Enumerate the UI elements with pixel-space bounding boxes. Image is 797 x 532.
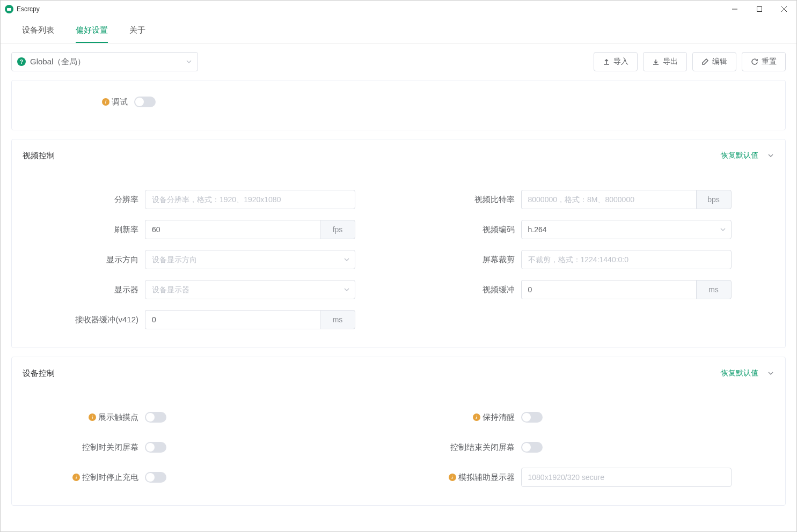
- import-icon: [603, 58, 610, 65]
- crop-label: 屏幕裁剪: [399, 255, 521, 265]
- edit-button[interactable]: 编辑: [692, 52, 736, 71]
- stay-awake-label: i 保持清醒: [399, 412, 521, 423]
- device-panel-title: 设备控制: [23, 368, 55, 379]
- reset-button[interactable]: 重置: [742, 52, 786, 71]
- chevron-down-icon: [720, 226, 726, 233]
- export-label: 导出: [663, 57, 678, 66]
- turn-off-on-control-toggle[interactable]: [145, 442, 166, 453]
- video-buffer-suffix: ms: [696, 280, 732, 299]
- export-button[interactable]: 导出: [643, 52, 687, 71]
- stop-charging-toggle[interactable]: [145, 472, 166, 483]
- chevron-down-icon: [186, 58, 192, 65]
- toolbar: ? Global（全局） 导入 导出 编辑 重置: [1, 43, 796, 80]
- preferences-content: i 调试 视频控制 恢复默认值 分辨率: [1, 80, 796, 532]
- video-buffer-input[interactable]: [521, 280, 696, 299]
- fps-label: 刷新率: [23, 225, 145, 235]
- svg-rect-0: [757, 7, 762, 12]
- debug-toggle[interactable]: [134, 97, 156, 107]
- titlebar: Escrcpy: [1, 1, 796, 18]
- stop-charging-label: i 控制时停止充电: [23, 472, 145, 483]
- app-window: Escrcpy 设备列表 偏好设置 关于 ? Global（全局）: [0, 0, 797, 532]
- window-close-button[interactable]: [772, 1, 796, 18]
- receiver-buffer-suffix: ms: [320, 310, 355, 329]
- video-panel-header[interactable]: 视频控制 恢复默认值: [12, 139, 785, 172]
- orientation-select[interactable]: [145, 250, 355, 269]
- window-maximize-button[interactable]: [747, 1, 772, 18]
- bitrate-label: 视频比特率: [399, 195, 521, 205]
- crop-input[interactable]: [521, 250, 732, 269]
- video-panel-title: 视频控制: [23, 151, 55, 161]
- reset-label: 重置: [762, 57, 777, 66]
- tab-preferences[interactable]: 偏好设置: [65, 18, 119, 43]
- bitrate-input[interactable]: [521, 190, 696, 209]
- info-icon: i: [102, 98, 109, 106]
- chevron-down-icon: [343, 256, 350, 263]
- edit-icon: [701, 58, 709, 65]
- app-icon: [5, 5, 13, 13]
- display-select[interactable]: [145, 280, 355, 299]
- device-reset-link[interactable]: 恢复默认值: [721, 368, 758, 378]
- close-icon: [781, 6, 787, 12]
- reset-icon: [751, 58, 758, 65]
- import-button[interactable]: 导入: [594, 52, 638, 71]
- info-icon: i: [473, 413, 480, 421]
- info-icon: i: [72, 474, 80, 481]
- virtual-display-input[interactable]: [521, 468, 732, 487]
- chevron-down-icon: [767, 370, 774, 377]
- window-minimize-button[interactable]: [722, 1, 747, 18]
- app-title: Escrcpy: [17, 5, 40, 13]
- help-icon: ?: [17, 57, 26, 66]
- chevron-down-icon: [343, 286, 350, 293]
- tab-about[interactable]: 关于: [119, 18, 156, 43]
- main-tabs: 设备列表 偏好设置 关于: [1, 18, 796, 43]
- resolution-input[interactable]: [145, 190, 355, 209]
- device-panel-header[interactable]: 设备控制 恢复默认值: [12, 357, 785, 389]
- info-icon: i: [89, 413, 96, 421]
- video-buffer-label: 视频缓冲: [399, 285, 521, 295]
- turn-off-on-exit-label: 控制结束关闭屏幕: [399, 442, 521, 453]
- tab-devices[interactable]: 设备列表: [11, 18, 65, 43]
- import-label: 导入: [613, 57, 628, 66]
- bitrate-suffix: bps: [696, 190, 732, 209]
- turn-off-on-control-label: 控制时关闭屏幕: [23, 442, 145, 453]
- receiver-buffer-input[interactable]: [145, 310, 320, 329]
- display-label: 显示器: [23, 285, 145, 295]
- maximize-icon: [757, 6, 762, 12]
- edit-label: 编辑: [712, 57, 727, 66]
- fps-suffix: fps: [320, 220, 355, 239]
- scope-selector[interactable]: ? Global（全局）: [11, 52, 198, 71]
- show-touches-toggle[interactable]: [145, 412, 166, 423]
- device-control-panel: 设备控制 恢复默认值 i 展示触摸点: [11, 357, 786, 506]
- receiver-buffer-label: 接收器缓冲(v412): [23, 315, 145, 325]
- minimize-icon: [732, 6, 737, 12]
- orientation-label: 显示方向: [23, 255, 145, 265]
- show-touches-label: i 展示触摸点: [23, 412, 145, 423]
- debug-label: i 调试: [12, 97, 134, 107]
- debug-panel: i 调试: [11, 80, 786, 130]
- fps-input[interactable]: [145, 220, 320, 239]
- chevron-down-icon: [767, 152, 774, 159]
- resolution-label: 分辨率: [23, 195, 145, 205]
- stay-awake-toggle[interactable]: [521, 412, 543, 423]
- virtual-display-label: i 模拟辅助显示器: [399, 472, 521, 483]
- turn-off-on-exit-toggle[interactable]: [521, 442, 543, 453]
- scope-label: Global（全局）: [30, 57, 85, 67]
- export-icon: [652, 58, 660, 65]
- codec-select[interactable]: [521, 220, 732, 239]
- video-reset-link[interactable]: 恢复默认值: [721, 151, 758, 160]
- codec-label: 视频编码: [399, 225, 521, 235]
- info-icon: i: [449, 474, 456, 481]
- video-control-panel: 视频控制 恢复默认值 分辨率 视频比特率: [11, 139, 786, 348]
